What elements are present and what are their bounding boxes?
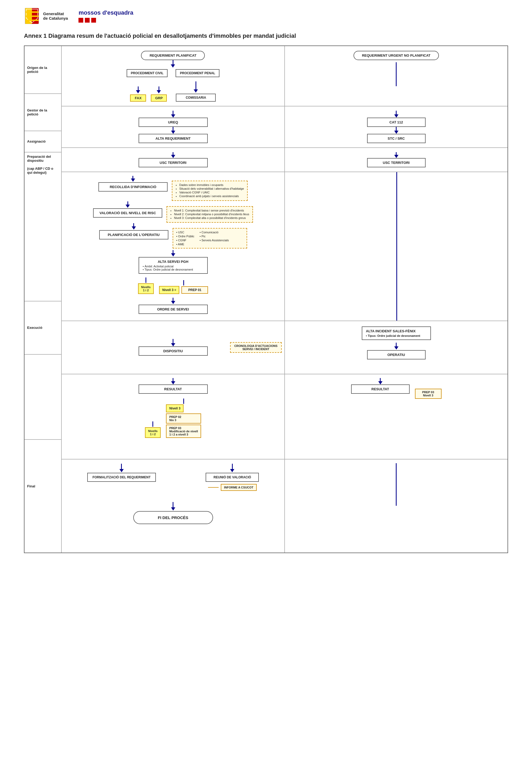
formalitzacio-box: FORMALITZACIÓ DEL REQUERIMENT [87,473,156,482]
ureq-box: UREQ [139,118,208,127]
nivell3-col: Nivell 3 = PREP 01 [159,280,208,294]
ordre-servei-box: ORDRE DE SERVEI [139,305,208,314]
generalitat-text: Generalitat de Catalunya [43,11,68,20]
cronologia-box: CRONOLOGIA D'ACTUACIONSSERVEI / INCIDENT [230,342,282,353]
valoracio-center: VALORACIÓ DEL NIVELL DE RISC [93,201,162,218]
prep03-nivell3-box: PREP 03Nivell 3 [415,389,442,399]
valoracio-detail-box: Nivell 1: Complexitat baixa i sense prev… [167,206,253,223]
final-right-vline [396,463,397,506]
resultat-left-flow: RESULTAT Nivells 1 i 2 [139,378,208,438]
section-resultat: RESULTAT Nivells 1 i 2 [62,374,508,459]
assignacio-left-flow: USC TERRITORI [139,152,208,167]
arrow-to-recollida [131,176,135,182]
arrow-to-resultat-r [378,378,383,384]
recollida-detail-list: Dades sobre immobles i ocupants Situació… [179,183,244,198]
gestor-right-flow: CAT 112 STC / SRC [367,111,426,143]
section-gestor-right: CAT 112 STC / SRC [285,106,508,147]
mossos-sq-2 [85,18,90,23]
fi-box: FI DEL PROCÉS [133,511,213,524]
section-preparacio-right [285,172,508,321]
right-blue-vline-origen [396,62,397,86]
valoracio-row: VALORACIÓ DEL NIVELL DE RISC Nivell 1: C… [64,201,282,223]
arrow-to-alta-servei [171,250,175,256]
final-boxes-row: FORMALITZACIÓ DEL REQUERIMENT REUNIÓ DE … [64,463,282,491]
valoracio-detail-2: Nivell 2: Complexitat mitjana o possibil… [174,213,249,216]
arrow1 [171,60,175,68]
fi-center: FI DEL PROCÉS [133,501,213,524]
operatiu-box: OPERATIU [367,350,426,359]
planificacio-box: PLANIFICACIÓ DE L'OPERATIU [99,230,168,239]
mossos-squares [78,18,133,23]
mossos-sq-1 [78,18,83,23]
section-assignacio-right: USC TERRITORI [285,148,508,172]
arrow-grp [157,86,161,93]
nivells-row: Nivells 1 i 2 Nivell 3 = PREP 01 [64,277,282,294]
diagram-content: REQUERIMENT PLANIFICAT PROCEDIMENT CIVIL… [62,46,508,553]
arrow-to-operatiu [394,343,398,350]
section-resultat-right: RESULTAT PREP 03Nivell 3 [285,374,508,459]
fax-grp-row: FAX GRP COMISSARIA [130,81,216,102]
recollida-center: RECOLLIDA D'INFORMACIÓ [98,175,168,192]
valoracio-detail-3: Nivell 3: Complexitat alta o possibilita… [174,216,249,219]
arrow-to-alta [171,127,175,134]
generalitat-logo [24,8,40,24]
label-final: Final [24,440,61,533]
section-final-left: FORMALITZACIÓ DEL REQUERIMENT REUNIÓ DE … [62,459,285,553]
recollida-detail-2: Situació dels vulnerabilitat i alternati… [179,187,244,190]
section-execucio-right: ALTA INCIDENT SALES-FÈNIX • Tipus: Ordre… [285,321,508,374]
valoracio-detail-list: Nivell 1: Complexitat baixa i sense prev… [174,209,249,219]
dispositiu-box: DISPOSITIU [139,346,208,356]
arrow-to-usc-r [394,152,398,158]
usc-territori-left-box: USC TERRITORI [139,158,208,167]
label-execucio: Execució [24,301,61,355]
logo-area: Generalitat de Catalunya [24,8,68,24]
planif-col1: • USC • Ordre Públic • CGNF • AME [176,231,194,246]
arrow-to-cat112 [394,111,398,118]
ordre-servei-center: ORDRE DE SERVEI [64,297,282,314]
procediment-penal-box: PROCEDIMENT PENAL [176,69,219,77]
recollida-detail-3: Valoració CGNF i UAIC [179,191,244,194]
arrow-fax [136,86,140,93]
grp-box: GRP [151,94,167,102]
planificacio-center: PLANIFICACIÓ DE L'OPERATIU [99,223,168,239]
planif-col2: • Comunicació • Pic • Serveis Assistenci… [200,231,229,246]
gestor-left-flow: UREQ ALTA REQUERIMENT [139,111,208,143]
cat112-box: CAT 112 [367,118,426,127]
prep03-modif-label: PREP 03Modificació de nivell1 i 2 a nive… [166,425,201,438]
left-labels: Orígen de la petició Gestor de la petici… [24,46,62,553]
diagram-outer: Orígen de la petició Gestor de la petici… [24,45,508,553]
section-gestor: UREQ ALTA REQUERIMENT CAT 112 STC / SRC [62,106,508,148]
resultat-nivells12: Nivells 1 i 2 [145,427,161,438]
section-execucio: DISPOSITIU CRONOLOGIA D'ACTUACIONSSERVEI… [62,321,508,374]
procediments-row: PROCEDIMENT CIVIL PROCEDIMENT PENAL [127,69,219,77]
section-final: FORMALITZACIÓ DEL REQUERIMENT REUNIÓ DE … [62,459,508,553]
arrow-to-stc [394,127,398,134]
stc-src-box: STC / SRC [367,134,426,143]
execucio-left-flow: DISPOSITIU [139,339,208,356]
label-origen: Orígen de la petició [24,46,61,94]
section-execucio-left: DISPOSITIU CRONOLOGIA D'ACTUACIONSSERVEI… [62,321,285,374]
prep-right-vline [396,172,397,321]
recollida-box: RECOLLIDA D'INFORMACIÓ [98,182,168,192]
nivell3-badge: Nivell 3 = [159,286,179,294]
alta-incident-box: ALTA INCIDENT SALES-FÈNIX • Tipus: Ordre… [362,326,431,340]
recollida-row: RECOLLIDA D'INFORMACIÓ Dades sobre immob… [64,175,282,201]
planificacio-detail-box: • USC • Ordre Públic • CGNF • AME • Comu… [173,228,247,248]
diagram-layout: Orígen de la petició Gestor de la petici… [24,46,508,553]
arrow-to-ordre [171,298,175,304]
prep02-label: PREP 02Niv 3 [166,413,201,424]
recollida-detail-4: Coordinació amb jutjats i serveis assist… [179,194,244,198]
section-origen-right: REQUERIMENT URGENT NO PLANIFICAT [285,46,508,106]
nivells12-badge: Nivells 1 i 2 [138,283,154,294]
arrow-to-ureq [171,111,175,118]
alta-servei-center: ALTA SERVEI PGH • Àmbit: Activitat polic… [64,250,282,274]
mossos-sq-3 [91,18,96,23]
origen-left-flow: REQUERIMENT PLANIFICAT PROCEDIMENT CIVIL… [127,51,219,102]
alta-requeriment-box: ALTA REQUERIMENT [139,134,208,143]
section-final-right [285,459,508,553]
resultat-nivells-row: Nivells 1 i 2 Nivell 3 PREP 02Niv 3 [145,398,201,438]
resultat-right-box: RESULTAT [351,384,410,394]
alta-servei-box: ALTA SERVEI PGH • Àmbit: Activitat polic… [139,257,208,274]
arrow-comissaria [194,81,198,93]
section-origen: REQUERIMENT PLANIFICAT PROCEDIMENT CIVIL… [62,46,508,106]
